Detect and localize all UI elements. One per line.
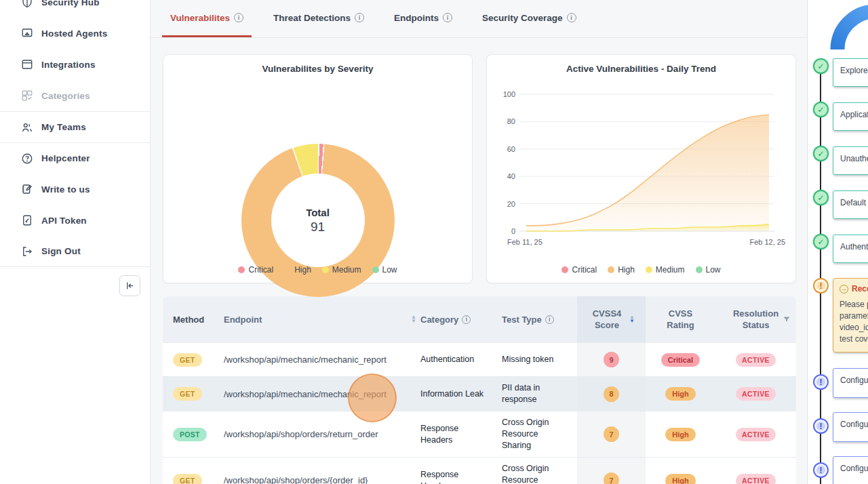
- legend-item[interactable]: High: [284, 265, 311, 275]
- info-icon: i: [567, 13, 576, 22]
- endpoint-cell[interactable]: /workshop/api/mechanic/mechanic_report: [224, 343, 420, 376]
- trend-plot-area: 020406080100: [503, 90, 774, 235]
- tab-label: Endpoints: [394, 13, 439, 23]
- legend-label: Medium: [656, 265, 685, 275]
- collapse-sidebar-button[interactable]: [119, 275, 140, 296]
- resolution-status-badge: ACTIVE: [736, 474, 776, 484]
- checklist-step[interactable]: Configure: [833, 368, 868, 398]
- cvss4-score-badge: 7: [604, 426, 619, 442]
- test-type-cell: Cross Origin Resource Sharing: [502, 411, 577, 457]
- cvss-rating-badge: High: [665, 387, 695, 401]
- step-warning-icon: [813, 278, 829, 294]
- score-cell: 7: [577, 411, 646, 457]
- table-row[interactable]: GET /workshop/api/shop/orders/{order_id}…: [163, 457, 796, 484]
- checklist-step[interactable]: Authentic: [833, 235, 868, 263]
- method-cell: GET: [163, 343, 224, 376]
- rating-cell: High: [646, 377, 715, 411]
- sign-out-icon: [21, 245, 33, 258]
- shield-icon: [21, 0, 33, 8]
- svg-text:60: 60: [507, 145, 515, 153]
- sidebar-item-label: My Teams: [41, 122, 86, 132]
- rating-cell: Critical: [646, 343, 715, 376]
- x-axis-label-start: Feb 11, 25: [507, 238, 542, 246]
- sidebar-nav: Security Hub Hosted Agents Integrations …: [0, 0, 150, 267]
- tab-label: Vulnerabilites: [170, 13, 230, 23]
- legend-item[interactable]: Low: [372, 265, 397, 275]
- token-file-icon: [21, 214, 33, 226]
- tab[interactable]: Security Coverage i: [474, 0, 585, 37]
- callout-title: Recor: [852, 284, 868, 294]
- legend-label: Low: [382, 265, 397, 275]
- resolution-status-badge: ACTIVE: [736, 428, 776, 441]
- sidebar-item-sign-out[interactable]: Sign Out: [0, 236, 150, 267]
- svg-text:20: 20: [507, 200, 515, 208]
- col-header-label: CVSS Rating: [662, 308, 700, 331]
- info-icon: i: [234, 13, 243, 22]
- checklist-step[interactable]: Unauther: [833, 146, 868, 175]
- legend-dot: [238, 266, 245, 273]
- col-header-cvss-rating: CVSS Rating: [646, 296, 715, 342]
- sidebar-item-integrations[interactable]: Integrations: [0, 49, 150, 80]
- category-cell: Response Headers: [420, 411, 502, 457]
- endpoint-cell[interactable]: /workshop/api/shop/orders/return_order: [224, 411, 420, 457]
- method-cell: GET: [163, 458, 224, 484]
- checklist-step[interactable]: Explore y: [833, 58, 868, 87]
- onboarding-checklist-panel: Explore y Applicatio Unauther Default A …: [807, 0, 868, 484]
- checklist-step[interactable]: Configure: [833, 412, 868, 442]
- donut-total-value: 91: [311, 220, 325, 235]
- checklist-step[interactable]: Configure: [833, 456, 868, 484]
- test-type-cell: Cross Origin Resource Sharing: [502, 458, 577, 484]
- sidebar-item-label: API Token: [41, 216, 87, 226]
- sidebar-item-categories[interactable]: Categories: [0, 80, 150, 111]
- collapse-left-icon: [125, 281, 135, 291]
- table-row[interactable]: GET /workshop/api/mechanic/mechanic_repo…: [163, 342, 796, 376]
- callout-line: test cove: [840, 334, 868, 345]
- col-header-endpoint[interactable]: Endpoint ▲▼: [224, 296, 420, 342]
- legend-item[interactable]: Critical: [238, 265, 273, 275]
- donut-total-label: Total: [306, 207, 330, 218]
- table-row[interactable]: POST /workshop/api/shop/orders/return_or…: [163, 411, 796, 457]
- test-type-cell: Missing token: [502, 343, 577, 376]
- tab[interactable]: Vulnerabilites i: [162, 0, 252, 37]
- sidebar-item-label: Hosted Agents: [41, 28, 107, 39]
- legend-item[interactable]: Medium: [322, 265, 361, 275]
- rating-cell: High: [646, 411, 715, 457]
- score-cell: 7: [577, 458, 646, 484]
- checklist-step[interactable]: Default A: [833, 190, 868, 219]
- col-header-test-type: Test Type i: [502, 296, 577, 342]
- legend-label: Low: [706, 265, 721, 275]
- tab[interactable]: Threat Detections i: [265, 0, 372, 37]
- svg-text:100: 100: [503, 90, 515, 98]
- legend-item[interactable]: Medium: [646, 265, 685, 275]
- rating-cell: High: [646, 458, 715, 484]
- sort-icon[interactable]: ▲▼: [411, 315, 416, 323]
- legend-label: High: [618, 265, 635, 275]
- trend-area-chart[interactable]: 020406080100 Feb 11, 25 Feb 12, 25: [487, 83, 797, 251]
- col-header-cvss4-score[interactable]: CVSS4 Score ▲▼: [577, 296, 646, 342]
- sidebar-item-helpcenter[interactable]: Helpcenter: [0, 142, 150, 174]
- sort-icon[interactable]: ▲▼: [629, 315, 635, 323]
- resolution-status-badge: ACTIVE: [736, 387, 776, 401]
- score-cell: 8: [577, 377, 646, 411]
- legend-dot: [608, 266, 614, 273]
- legend-item[interactable]: Low: [696, 265, 721, 275]
- checklist-step[interactable]: Applicatio: [833, 102, 868, 131]
- sidebar-item-write-to-us[interactable]: Write to us: [0, 174, 150, 205]
- sidebar-item-security-hub[interactable]: Security Hub: [0, 0, 150, 18]
- endpoint-cell[interactable]: /workshop/api/mechanic/mechanic_report: [224, 377, 420, 411]
- sidebar-item-my-teams[interactable]: My Teams: [0, 111, 150, 142]
- svg-text:80: 80: [507, 117, 515, 125]
- sidebar-item-label: Security Hub: [41, 0, 100, 7]
- col-header-label: Test Type: [502, 315, 542, 325]
- table-row[interactable]: GET /workshop/api/mechanic/mechanic_repo…: [163, 376, 796, 411]
- method-cell: GET: [163, 377, 224, 411]
- sidebar-item-api-token[interactable]: API Token: [0, 205, 150, 236]
- sidebar-item-hosted-agents[interactable]: Hosted Agents: [0, 18, 150, 49]
- legend-item[interactable]: High: [608, 265, 635, 275]
- legend-dot: [696, 266, 703, 273]
- recommendation-callout[interactable]: → Recor Please pr paramete video_id test…: [833, 278, 868, 352]
- filter-icon[interactable]: [783, 315, 791, 323]
- legend-item[interactable]: Critical: [561, 265, 597, 275]
- endpoint-cell[interactable]: /workshop/api/shop/orders/{order_id}: [224, 458, 420, 484]
- tab[interactable]: Endpoints i: [386, 0, 460, 37]
